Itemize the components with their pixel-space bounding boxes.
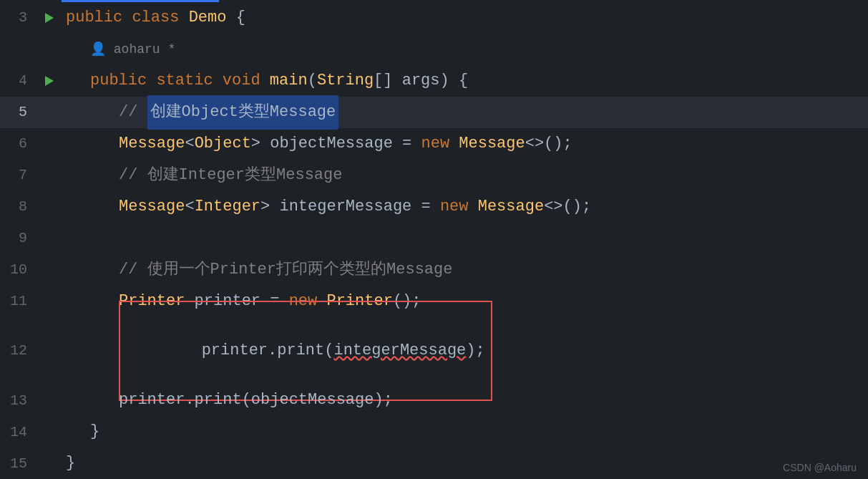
code-line-3: 3 public class Demo { — [0, 2, 868, 34]
code-content-13: printer.print(objectMessage); — [62, 384, 868, 416]
code-line-14: 14 } — [0, 416, 868, 447]
keyword-class: class — [132, 2, 188, 34]
classname-demo: Demo — [189, 2, 236, 34]
code-content-5: // 创建Object类型Message — [62, 95, 868, 130]
code-content-6: Message<Object> objectMessage = new Mess… — [62, 128, 868, 160]
code-line-6: 6 Message<Object> objectMessage = new Me… — [0, 128, 868, 160]
code-content-author: 👤 aoharu * — [62, 34, 868, 65]
code-content-15: } — [62, 447, 868, 479]
code-content-7: // 创建Integer类型Message — [62, 160, 868, 191]
keyword-public: public — [66, 2, 132, 34]
code-editor: 3 public class Demo { 👤 aoharu * 4 publi… — [0, 0, 868, 479]
svg-marker-1 — [45, 76, 54, 86]
code-content-10: // 使用一个Printer打印两个类型的Message — [62, 254, 868, 286]
code-line-12: 12 printer.print(integerMessage); — [0, 317, 868, 384]
line-number-13: 13 — [0, 384, 36, 416]
code-line-10: 10 // 使用一个Printer打印两个类型的Message — [0, 254, 868, 286]
code-line-15: 15 } — [0, 447, 868, 479]
line-number-14: 14 — [0, 416, 36, 447]
watermark: CSDN @Aoharu — [783, 462, 857, 473]
brace-open: { — [236, 2, 245, 34]
line-number-empty-author — [0, 34, 36, 65]
code-content-3: public class Demo { — [62, 2, 868, 34]
line-number-6: 6 — [0, 128, 36, 160]
line-number-5: 5 — [0, 97, 36, 128]
code-line-8: 8 Message<Integer> integerMessage = new … — [0, 191, 868, 223]
line-number-9: 9 — [0, 223, 36, 254]
code-line-9: 9 — [0, 223, 868, 254]
run-icon-3[interactable] — [36, 11, 62, 24]
line-number-3: 3 — [0, 2, 36, 34]
code-line-4: 4 public static void main(String[] args)… — [0, 65, 868, 97]
svg-marker-0 — [45, 13, 54, 23]
line-number-7: 7 — [0, 160, 36, 191]
code-content-8: Message<Integer> integerMessage = new Me… — [62, 191, 868, 223]
highlighted-comment-text: 创建Object类型Message — [147, 95, 339, 130]
line-number-4: 4 — [0, 65, 36, 97]
line-number-12: 12 — [0, 317, 36, 384]
code-content-14: } — [62, 416, 868, 447]
integer-message-ref: integerMessage — [333, 342, 466, 359]
code-line-5: 5 // 创建Object类型Message — [0, 97, 868, 128]
code-line-13: 13 printer.print(objectMessage); — [0, 384, 868, 416]
run-icon-4[interactable] — [36, 74, 62, 87]
line-number-11: 11 — [0, 286, 36, 317]
line-number-15: 15 — [0, 447, 36, 479]
code-line-7: 7 // 创建Integer类型Message — [0, 160, 868, 191]
line-number-8: 8 — [0, 191, 36, 223]
code-line-author: 👤 aoharu * — [0, 34, 868, 65]
author-label: 👤 aoharu * — [90, 34, 175, 65]
code-content-4: public static void main(String[] args) { — [62, 65, 868, 97]
line-number-10: 10 — [0, 254, 36, 286]
